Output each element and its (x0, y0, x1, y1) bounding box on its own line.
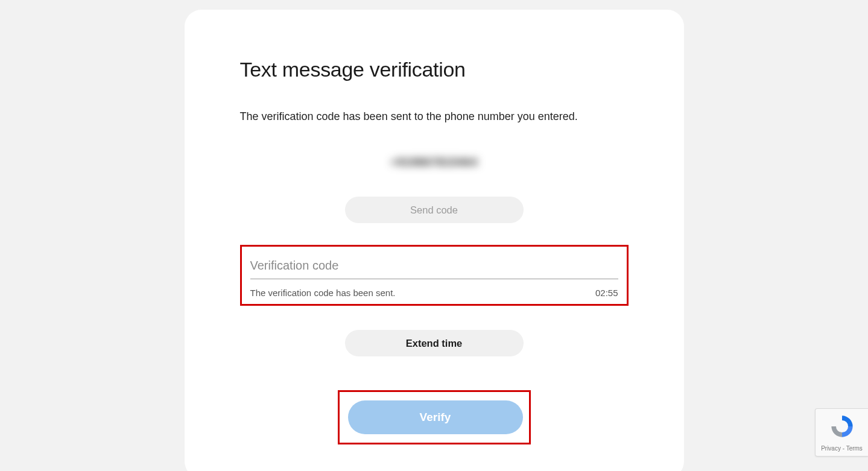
verification-code-field-wrap: The verification code has been sent. 02:… (250, 255, 618, 298)
page-title: Text message verification (240, 58, 629, 81)
page-subtitle: The verification code has been sent to t… (240, 110, 629, 123)
recaptcha-privacy-link[interactable]: Privacy (821, 445, 841, 452)
verify-button-highlight: Verify (338, 390, 531, 444)
code-input-highlight: The verification code has been sent. 02:… (240, 245, 629, 306)
verification-card: Text message verification The verificati… (185, 10, 684, 471)
code-status-row: The verification code has been sent. 02:… (250, 288, 618, 298)
recaptcha-links: Privacy - Terms (821, 445, 863, 452)
recaptcha-separator: - (841, 445, 846, 452)
recaptcha-terms-link[interactable]: Terms (846, 445, 863, 452)
verify-button[interactable]: Verify (348, 400, 523, 434)
extend-time-button[interactable]: Extend time (345, 330, 524, 356)
recaptcha-badge[interactable]: Privacy - Terms (815, 408, 868, 457)
phone-number-masked: +919867815464 (240, 156, 629, 169)
send-code-button[interactable]: Send code (345, 197, 524, 223)
code-status-message: The verification code has been sent. (250, 288, 396, 298)
verification-code-input[interactable] (250, 255, 618, 279)
recaptcha-icon (829, 414, 855, 441)
code-countdown-timer: 02:55 (595, 288, 618, 298)
